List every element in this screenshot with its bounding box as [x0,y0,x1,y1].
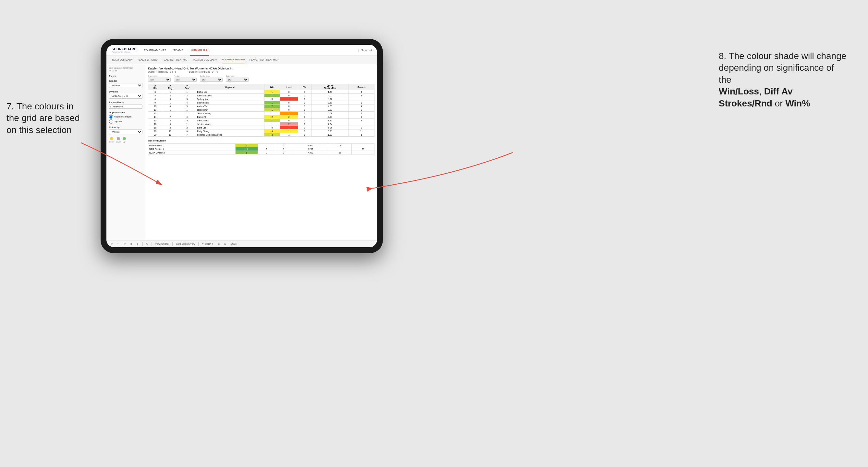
save-custom-view-btn[interactable]: Save Custom View [175,242,196,245]
redo-btn[interactable]: ↪ [116,242,121,246]
nav-committee[interactable]: COMMITTEE [190,45,209,56]
gender-label: Gender [109,80,143,82]
division-select[interactable]: NCAA Division III [109,94,143,99]
nav-teams[interactable]: TEAMS [173,45,184,56]
table-row: Foreign Team 1 0 0 4.500 2 [148,144,374,147]
paste-btn[interactable]: ⊕· [135,242,141,246]
sidebar: Last Updated: 27/03/2024 16:55:38 Player… [106,64,145,240]
filters-row: Opponents: (All) Region (All) Conference [148,75,374,82]
out-of-division-table: Foreign Team 1 0 0 4.500 2 NAIA Division… [148,144,374,154]
overall-record-value: 353 - 34 - 6 [164,71,176,73]
table-row: 14 7 4 Eunice Yi 2 2 0 0.38 9 [148,115,374,119]
nav-items: TOURNAMENTS TEAMS COMMITTEE [143,45,358,56]
sub-nav-team-summary[interactable]: TEAM SUMMARY [112,56,133,64]
opponent-view-label: Opponent view [109,111,143,114]
table-row: 18 2 2 Euna Lee 0 1 0 -5.00 2 [148,126,374,129]
tablet-frame: SCOREBOARD Powered by clippd TOURNAMENTS… [101,39,383,253]
opponents-filter-label: Opponents: [148,75,171,77]
annotation-left: 7. The colours in the grid are based on … [6,101,84,136]
division-record: Division Record: 331 - 34 - 6 [189,71,218,73]
gender-select[interactable]: Women's [109,83,143,88]
col-tie: Tie [298,84,311,90]
col-rounds: Rounds [348,84,374,90]
table-row: 20 10 6 Emily Chang 4 1 0 0.30 11 [148,129,374,133]
annotation-left-text: 7. The colours in the grid are based on … [6,101,80,135]
opponent-view-section: Opponent view Opponents Played Top 100 [109,111,143,124]
conference-filter-select[interactable]: (All) [200,77,223,82]
separator-2 [152,242,152,246]
player-label: Player [109,75,143,77]
division-label: Division [109,91,143,93]
legend-level: Level [116,137,120,143]
col-div: #Div [148,84,162,90]
gender-section: Gender Women's [109,80,143,88]
powered-by: Powered by clippd [112,51,136,53]
legend-level-text: Level [116,141,120,143]
opponents-played-input[interactable] [109,115,113,119]
colour-by-section: Colour by Win/loss [109,126,143,134]
opponents-filter-select[interactable]: (All) [148,77,171,82]
opponent-filter-select[interactable]: (All) [226,77,249,82]
table-row: 16 3 1 Jessica Mason 1 2 0 -0.94 [148,122,374,126]
filter-opponents: Opponents: (All) [148,75,171,82]
legend-up-text: Up [123,141,126,143]
player-rank-value: 8. Katelyn Vo [109,104,143,109]
legend-down-text: Down [109,141,114,143]
grid-title: Katelyn Vo Head-to-Head Grid for Women's… [148,67,374,70]
table-row: 20 11 7 Federica Domecq Lacroze 2 1 0 1.… [148,133,374,136]
overall-record: Overall Record: 353 - 34 - 6 [148,71,176,73]
player-section: Player [109,75,143,77]
legend-up: Up [123,137,126,143]
copy-btn[interactable]: ⧉ [129,242,133,246]
top-100-input[interactable] [109,119,113,124]
legend-down-dot [110,137,113,140]
separator-4 [198,242,198,246]
table-row: 6 3 3 Sydney Kuo 0 1 0 -1.00 [148,97,374,101]
filter-opponent: Opponent (All) [226,75,249,82]
layout-btn[interactable]: ⊞ [216,242,221,246]
annotation-right-line1: 8. The colour shade will change dependin… [719,51,846,85]
view-original-btn[interactable]: View: Original [154,242,170,245]
sub-nav-team-h2h-grid[interactable]: TEAM H2H GRID [137,56,158,64]
opponents-played-text: Opponents Played [114,116,131,118]
col-loss: Loss [280,84,298,90]
app-nav: SCOREBOARD Powered by clippd TOURNAMENTS… [106,45,377,56]
colour-by-select[interactable]: Win/loss [109,129,143,134]
top-100-radio[interactable]: Top 100 [109,119,143,124]
watch-btn[interactable]: 👁 Watch ▾ [200,242,214,246]
overall-record-label: Overall Record: [148,71,164,73]
grid-btn[interactable]: ⊟ [223,242,227,246]
opponents-played-radio[interactable]: Opponents Played [109,115,143,119]
share-btn[interactable]: Share [229,242,238,245]
table-row: 5 2 2 Alexis Sudijanto 1 0 0 4.00 3 [148,94,374,97]
sub-nav-team-h2h-heatmap[interactable]: TEAM H2H HEATMAP [162,56,188,64]
undo-btn[interactable]: ↩ [110,242,114,246]
sub-nav-player-summary[interactable]: PLAYER SUMMARY [193,56,217,64]
table-row: NAIA Division 1 15 0 0 9.267 30 [148,147,374,151]
last-updated-date: Last Updated: 27/03/2024 [109,67,133,69]
table-row: NCAA Division 2 5 0 0 7.400 10 [148,151,374,154]
region-filter-label: Region [174,75,197,77]
undo2-btn[interactable]: ↩ [123,242,127,246]
sub-nav-player-h2h-grid[interactable]: PLAYER H2H GRID [222,56,245,64]
legend-level-dot [117,137,120,140]
sign-out-link[interactable]: Sign out [361,49,372,52]
grid-area: Katelyn Vo Head-to-Head Grid for Women's… [145,64,377,240]
nav-right: | Sign out [358,49,372,52]
nav-tournaments[interactable]: TOURNAMENTS [143,45,167,56]
table-row: 13 1 1 Jessica Huang 1 1 0 -3.00 2 [148,112,374,115]
legend-down: Down [109,137,114,143]
separator-1 [143,242,143,246]
colour-by-label: Colour by [109,126,143,128]
out-of-division-title: Out of division [148,139,374,142]
player-rank-label: Player (Rank) [109,101,143,103]
timer-btn[interactable]: ⏱ [145,242,150,245]
region-filter-select[interactable]: (All) [174,77,197,82]
division-record-value: 331 - 34 - 6 [206,71,218,73]
bottom-toolbar: ↩ ↪ ↩ ⧉ ⊕· ⏱ View: Original Save Custom … [106,240,377,247]
col-conf: #Conf [178,84,196,90]
logo-text: SCOREBOARD [112,48,136,51]
nav-separator: | [358,49,359,52]
sub-nav-player-h2h-heatmap[interactable]: PLAYER H2H HEATMAP [250,56,279,64]
division-section: Division NCAA Division III [109,91,143,99]
